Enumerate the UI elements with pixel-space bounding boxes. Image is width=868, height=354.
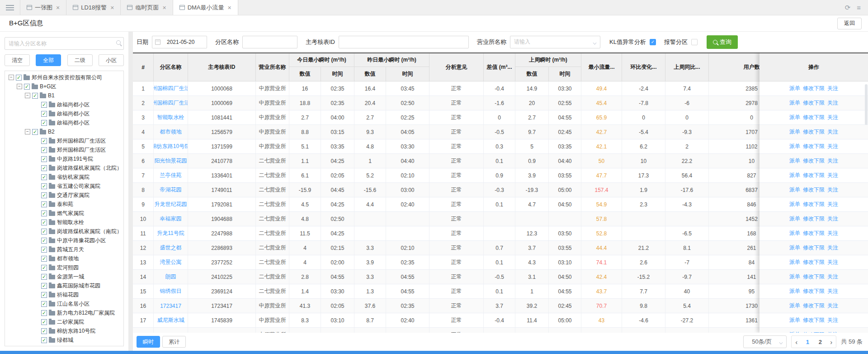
ops-link-修改下限[interactable]: 修改下限	[803, 331, 825, 333]
tree-node[interactable]: ✓棉纺东路10号院	[6, 326, 123, 335]
tree-node[interactable]: ✓郑州国棉四厂生活区	[6, 145, 123, 154]
ops-link-关注[interactable]: 关注	[827, 316, 838, 324]
prev-page-button[interactable]: ‹	[792, 338, 801, 346]
ops-link-修改下限[interactable]: 修改下限	[803, 157, 825, 165]
ops-link-关注[interactable]: 关注	[827, 186, 838, 194]
tree-node[interactable]: ✓中原西路湖光新苑小区	[6, 344, 123, 346]
tree-checkbox[interactable]: ✓	[24, 84, 30, 90]
hamburger-icon[interactable]	[0, 0, 20, 15]
ops-link-关注[interactable]: 关注	[827, 230, 838, 237]
tree-checkbox[interactable]: ✓	[41, 210, 47, 216]
tree-checkbox[interactable]: ✓	[41, 201, 47, 207]
tab-close-icon[interactable]: ×	[110, 5, 114, 11]
ops-link-修改下限[interactable]: 修改下限	[803, 85, 825, 92]
date-picker[interactable]	[152, 36, 207, 48]
ops-link-修改下限[interactable]: 修改下限	[803, 99, 825, 107]
tree-node[interactable]: ✓啟福尚都小区	[6, 118, 123, 127]
tree-node[interactable]: −✓B1	[6, 91, 123, 100]
tree-node[interactable]: ✓省五建公司家属院	[6, 182, 123, 191]
tree-node[interactable]: ✓啟福尚都小区	[6, 100, 123, 109]
cell-partition-name[interactable]: 智能取水栓	[154, 110, 188, 124]
cell-partition-name[interactable]: 兰亭佳苑	[154, 168, 188, 182]
cell-partition-name[interactable]: 都市领地	[154, 125, 188, 139]
page-button-1[interactable]: 1	[801, 339, 814, 345]
ops-link-派单[interactable]: 派单	[789, 273, 800, 281]
ops-link-派单[interactable]: 派单	[789, 85, 800, 92]
next-page-button[interactable]: ›	[826, 338, 836, 346]
ops-link-关注[interactable]: 关注	[827, 331, 838, 333]
ops-link-派单[interactable]: 派单	[789, 302, 800, 310]
ops-link-修改下限[interactable]: 修改下限	[803, 186, 825, 194]
list-icon[interactable]: ≡	[857, 4, 861, 11]
tree-checkbox[interactable]: ✓	[16, 75, 22, 81]
alarm-partition-checkbox[interactable]	[691, 39, 698, 45]
sidebar-button-清空[interactable]: 清空	[5, 54, 30, 66]
ops-link-修改下限[interactable]: 修改下限	[803, 215, 825, 223]
cell-partition-name[interactable]: 阳光怡景花园	[154, 154, 188, 168]
tree-node[interactable]: −✓B2	[6, 127, 123, 136]
tree-node[interactable]: ✓祈福花园	[6, 290, 123, 299]
ops-link-派单[interactable]: 派单	[789, 186, 800, 194]
tab-临时页面[interactable]: 临时页面×	[121, 0, 173, 15]
tree-checkbox[interactable]: ✓	[32, 93, 38, 99]
ops-link-修改下限[interactable]: 修改下限	[803, 114, 825, 121]
tree-node[interactable]: −✓郑州自来水投资控股有限公司	[6, 73, 123, 82]
meter-id-input[interactable]	[339, 36, 469, 48]
refresh-icon[interactable]: ⟳	[845, 4, 851, 12]
ops-link-派单[interactable]: 派单	[789, 230, 800, 237]
mode-button-瞬时[interactable]: 瞬时	[137, 336, 160, 348]
tree-checkbox[interactable]: ✓	[41, 256, 47, 262]
ops-link-修改下限[interactable]: 修改下限	[803, 302, 825, 310]
tree-node[interactable]: ✓茜城五月天	[6, 245, 123, 254]
ops-link-关注[interactable]: 关注	[827, 114, 838, 121]
table-vertical-scrollbar[interactable]	[864, 82, 868, 333]
partition-search-input[interactable]	[5, 37, 124, 50]
tree-checkbox[interactable]: ✓	[41, 337, 47, 343]
mode-button-累计[interactable]: 累计	[162, 336, 186, 348]
cell-partition-name[interactable]: 郑州国棉四厂生活区	[154, 81, 188, 96]
kl-analysis-checkbox[interactable]: ✓	[650, 39, 656, 45]
tree-checkbox[interactable]: ✓	[41, 346, 47, 347]
ops-link-关注[interactable]: 关注	[827, 287, 838, 295]
cell-partition-name[interactable]: 升龙11号院	[154, 226, 188, 240]
tree-checkbox[interactable]: ✓	[41, 319, 47, 325]
tree-checkbox[interactable]: ✓	[41, 310, 47, 316]
ops-link-关注[interactable]: 关注	[827, 215, 838, 223]
ops-link-修改下限[interactable]: 修改下限	[803, 316, 825, 324]
cell-partition-name[interactable]: 郑州国棉四厂生活区	[154, 96, 188, 110]
tree-checkbox[interactable]: ✓	[41, 247, 47, 253]
ops-link-派单[interactable]: 派单	[789, 244, 800, 252]
ops-link-修改下限[interactable]: 修改下限	[803, 128, 825, 136]
ops-link-派单[interactable]: 派单	[789, 287, 800, 295]
cell-partition-name[interactable]: 1723417	[154, 299, 188, 313]
cell-partition-name[interactable]: 盛世之都	[154, 241, 188, 255]
tree-checkbox[interactable]: ✓	[41, 229, 47, 234]
tree-checkbox[interactable]: ✓	[41, 138, 47, 144]
tree-checkbox[interactable]: ✓	[41, 183, 47, 189]
cell-partition-name[interactable]: 朗园	[154, 270, 188, 284]
cell-partition-name[interactable]: 升龙世纪花园	[154, 197, 188, 211]
ops-link-派单[interactable]: 派单	[789, 114, 800, 121]
tree-checkbox[interactable]: ✓	[41, 238, 47, 244]
ops-link-关注[interactable]: 关注	[827, 85, 838, 92]
ops-link-修改下限[interactable]: 修改下限	[803, 201, 825, 208]
ops-link-修改下限[interactable]: 修改下限	[803, 230, 825, 237]
tree-node[interactable]: ✓郑州国棉四厂生活区	[6, 136, 123, 145]
ops-link-派单[interactable]: 派单	[789, 143, 800, 150]
cell-partition-name[interactable]: 棉纺东路10号院	[154, 139, 188, 153]
ops-link-关注[interactable]: 关注	[827, 143, 838, 150]
tab-LD18报警[interactable]: LD18报警×	[66, 0, 121, 15]
page-button-2[interactable]: 2	[814, 339, 826, 345]
ops-link-关注[interactable]: 关注	[827, 99, 838, 107]
tree-checkbox[interactable]: ✓	[41, 192, 47, 198]
tree-checkbox[interactable]: ✓	[41, 292, 47, 298]
tree-checkbox[interactable]: ✓	[41, 283, 47, 289]
tree-checkbox[interactable]: ✓	[41, 301, 47, 307]
tree-node[interactable]: ✓金源第一城	[6, 272, 123, 281]
tree-node[interactable]: ✓交通厅家属院	[6, 191, 123, 200]
collapse-toggle-icon[interactable]: −	[25, 129, 30, 134]
tree-node[interactable]: ✓都市领地	[6, 254, 123, 263]
tab-DMA最小流量[interactable]: DMA最小流量×	[173, 0, 238, 15]
ops-link-关注[interactable]: 关注	[827, 172, 838, 179]
tree-checkbox[interactable]: ✓	[32, 129, 38, 135]
